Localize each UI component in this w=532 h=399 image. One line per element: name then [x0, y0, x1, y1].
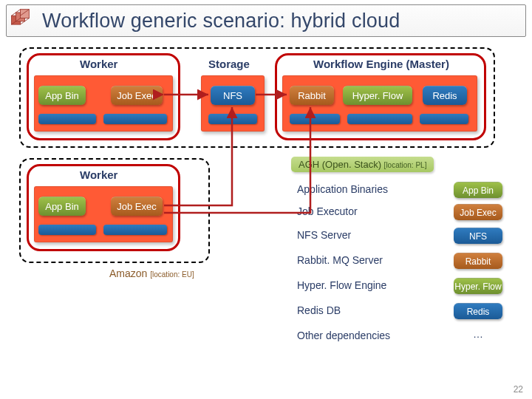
label-storage: Storage — [208, 58, 250, 70]
agh-loc: [location: PL] — [384, 161, 427, 169]
legend-comp-1: Job Exec — [454, 204, 502, 220]
legend-comp-2: NFS — [454, 228, 502, 244]
slot — [38, 225, 96, 235]
legend-key-4: Hyper. Flow Engine — [297, 279, 386, 291]
legend-key-2: NFS Server — [297, 229, 351, 241]
amazon-label: Amazon [location: EU] — [109, 267, 194, 279]
slot — [290, 114, 340, 124]
engine-rabbit: Rabbit — [290, 86, 334, 105]
slot — [103, 114, 167, 124]
legend-comp-6: … — [454, 328, 502, 340]
page-number: 22 — [514, 384, 523, 395]
slot — [38, 114, 96, 124]
legend-key-1: Job Executor — [297, 205, 358, 217]
cube-icon — [10, 8, 35, 33]
slot — [103, 225, 167, 235]
legend-comp-4: Hyper. Flow — [454, 278, 502, 294]
worker-bottom-jobexec: Job Exec — [111, 197, 163, 216]
label-worker-bottom: Worker — [80, 168, 117, 181]
slot — [420, 114, 468, 124]
storage-nfs: NFS — [211, 86, 255, 105]
slot — [347, 114, 412, 124]
worker-bottom-appbin: App Bin — [38, 197, 86, 216]
legend-comp-5: Redis — [454, 303, 502, 319]
label-worker-top: Worker — [80, 58, 117, 70]
worker-top-jobexec: Job Exec — [111, 86, 163, 105]
page-title: Workflow generic scenario: hybrid cloud — [42, 10, 400, 33]
amazon-loc: [location: EU] — [150, 270, 194, 279]
amazon-name: Amazon — [109, 267, 147, 279]
legend-key-6: Other dependencies — [297, 330, 390, 341]
engine-redis: Redis — [423, 86, 467, 105]
legend-key-5: Redis DB — [297, 304, 341, 316]
legend-comp-3: Rabbit — [454, 253, 502, 269]
label-engine: Workflow Engine (Master) — [313, 58, 449, 70]
engine-hyperflow: Hyper. Flow — [343, 86, 412, 105]
legend-comp-0: App Bin — [454, 182, 502, 198]
slot — [208, 114, 257, 124]
legend-key-0: Application Binaries — [297, 183, 388, 195]
legend-key-3: Rabbit. MQ Server — [297, 254, 383, 266]
title-bar: Workflow generic scenario: hybrid cloud — [6, 4, 526, 37]
agh-name: AGH (Open. Stack) — [299, 159, 381, 170]
worker-top-appbin: App Bin — [38, 86, 86, 105]
agh-banner: AGH (Open. Stack) [location: PL] — [291, 157, 434, 172]
